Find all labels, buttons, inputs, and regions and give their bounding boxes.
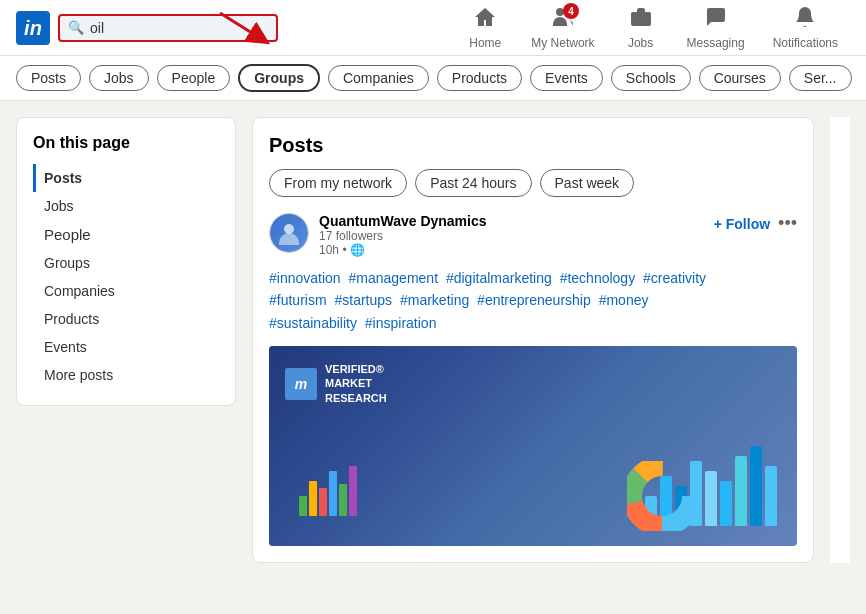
svg-rect-4 xyxy=(631,12,651,26)
hashtag-sustainability[interactable]: #sustainability xyxy=(269,315,357,331)
filter-jobs[interactable]: Jobs xyxy=(89,65,149,91)
nav-jobs-label: Jobs xyxy=(628,36,653,50)
filter-posts[interactable]: Posts xyxy=(16,65,81,91)
follow-button[interactable]: + Follow xyxy=(714,216,770,232)
filter-companies[interactable]: Companies xyxy=(328,65,429,91)
filter-people[interactable]: People xyxy=(157,65,231,91)
search-box: 🔍 xyxy=(58,14,278,42)
search-icon: 🔍 xyxy=(68,20,84,35)
hashtag-creativity[interactable]: #creativity xyxy=(643,270,706,286)
hashtag-technology[interactable]: #technology xyxy=(560,270,636,286)
notifications-icon xyxy=(793,5,817,34)
hashtag-startups[interactable]: #startups xyxy=(334,292,392,308)
jobs-icon xyxy=(629,5,653,34)
main-content: Posts From my network Past 24 hours Past… xyxy=(252,117,814,563)
post-author-row: QuantumWave Dynamics 17 followers 10h • … xyxy=(269,213,797,257)
filter-bar: Posts Jobs People Groups Companies Produ… xyxy=(0,56,866,101)
filter-products[interactable]: Products xyxy=(437,65,522,91)
post-filters: From my network Past 24 hours Past week xyxy=(269,169,797,197)
post-time: 10h • 🌐 xyxy=(319,243,704,257)
nav-home-label: Home xyxy=(469,36,501,50)
messaging-icon xyxy=(704,5,728,34)
sidebar-item-posts[interactable]: Posts xyxy=(33,164,219,192)
hashtag-innovation[interactable]: #innovation xyxy=(269,270,341,286)
sidebar-title: On this page xyxy=(33,134,219,152)
vmr-text: VERIFIED®MARKETRESEARCH xyxy=(325,362,387,405)
hashtag-inspiration[interactable]: #inspiration xyxy=(365,315,437,331)
sidebar: On this page Posts Jobs People Groups Co… xyxy=(16,117,236,406)
filter-schools[interactable]: Schools xyxy=(611,65,691,91)
nav-messaging-label: Messaging xyxy=(687,36,745,50)
svg-point-5 xyxy=(284,224,294,234)
sidebar-item-events[interactable]: Events xyxy=(33,333,219,361)
sidebar-item-groups[interactable]: Groups xyxy=(33,249,219,277)
content-title: Posts xyxy=(269,134,797,157)
linkedin-logo-letter: in xyxy=(24,18,42,38)
top-header: in 🔍 Home 4 My Network J xyxy=(0,0,866,56)
header-nav: Home 4 My Network Jobs Messaging Not xyxy=(455,1,850,54)
filter-events[interactable]: Events xyxy=(530,65,603,91)
author-actions: + Follow ••• xyxy=(714,213,797,234)
sidebar-item-jobs[interactable]: Jobs xyxy=(33,192,219,220)
nav-network-label: My Network xyxy=(531,36,594,50)
filter-from-network[interactable]: From my network xyxy=(269,169,407,197)
vmr-logo: m VERIFIED®MARKETRESEARCH xyxy=(285,362,387,405)
filter-services[interactable]: Ser... xyxy=(789,65,852,91)
sidebar-item-products[interactable]: Products xyxy=(33,305,219,333)
hashtag-management[interactable]: #management xyxy=(349,270,439,286)
filter-courses[interactable]: Courses xyxy=(699,65,781,91)
network-badge: 4 xyxy=(563,3,579,19)
pie-chart xyxy=(627,461,697,531)
chart-bars-left xyxy=(299,466,357,516)
filter-past-24h[interactable]: Past 24 hours xyxy=(415,169,531,197)
more-options-button[interactable]: ••• xyxy=(778,213,797,234)
post-image: m VERIFIED®MARKETRESEARCH xyxy=(269,346,797,546)
author-info: QuantumWave Dynamics 17 followers 10h • … xyxy=(319,213,704,257)
hashtag-entrepreneurship[interactable]: #entrepreneurship xyxy=(477,292,591,308)
filter-groups[interactable]: Groups xyxy=(238,64,320,92)
hashtag-money[interactable]: #money xyxy=(599,292,649,308)
hashtag-digitalmarketing[interactable]: #digitalmarketing xyxy=(446,270,552,286)
globe-icon: 🌐 xyxy=(350,243,365,257)
vmr-icon: m xyxy=(285,368,317,400)
main-layout: On this page Posts Jobs People Groups Co… xyxy=(0,101,866,579)
author-name[interactable]: QuantumWave Dynamics xyxy=(319,213,704,229)
linkedin-logo[interactable]: in xyxy=(16,11,50,45)
nav-jobs[interactable]: Jobs xyxy=(611,1,671,54)
nav-messaging[interactable]: Messaging xyxy=(675,1,757,54)
author-followers: 17 followers xyxy=(319,229,704,243)
home-icon xyxy=(473,5,497,34)
hashtag-futurism[interactable]: #futurism xyxy=(269,292,327,308)
nav-home[interactable]: Home xyxy=(455,1,515,54)
nav-notifications-label: Notifications xyxy=(773,36,838,50)
search-input[interactable] xyxy=(90,20,260,36)
network-icon: 4 xyxy=(551,5,575,34)
right-panel xyxy=(830,117,850,563)
hashtag-marketing[interactable]: #marketing xyxy=(400,292,469,308)
nav-network[interactable]: 4 My Network xyxy=(519,1,606,54)
filter-past-week[interactable]: Past week xyxy=(540,169,635,197)
sidebar-item-people[interactable]: People xyxy=(33,220,219,249)
sidebar-item-companies[interactable]: Companies xyxy=(33,277,219,305)
author-avatar xyxy=(269,213,309,253)
sidebar-item-more-posts[interactable]: More posts xyxy=(33,361,219,389)
post-hashtags: #innovation #management #digitalmarketin… xyxy=(269,267,797,334)
nav-notifications[interactable]: Notifications xyxy=(761,1,850,54)
